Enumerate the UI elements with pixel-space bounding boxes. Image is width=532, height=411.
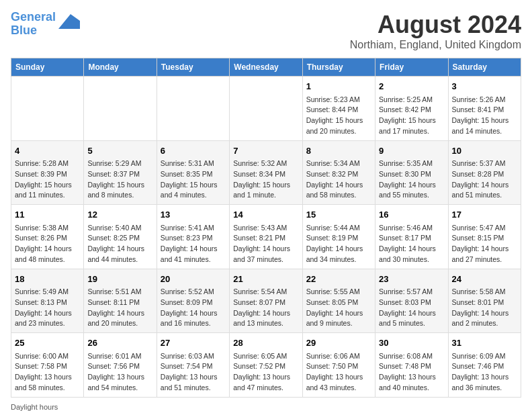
- day-detail: Sunrise: 5:23 AMSunset: 8:44 PMDaylight:…: [306, 95, 371, 137]
- day-detail: Sunrise: 5:34 AMSunset: 8:32 PMDaylight:…: [306, 158, 371, 201]
- daylight-label: Daylight hours: [11, 403, 58, 411]
- calendar-cell: [11, 77, 84, 141]
- day-number: 20: [161, 273, 226, 286]
- day-number: 6: [161, 144, 226, 158]
- week-row-5: 25Sunrise: 6:00 AMSunset: 7:58 PMDayligh…: [11, 333, 521, 398]
- day-number: 29: [306, 336, 371, 350]
- calendar-cell: 6Sunrise: 5:31 AMSunset: 8:35 PMDaylight…: [157, 140, 229, 205]
- day-number: 7: [233, 144, 298, 158]
- page-header: GeneralBlue August 2024 Northiam, Englan…: [11, 11, 521, 51]
- footer: Daylight hours: [11, 403, 521, 411]
- day-detail: Sunrise: 5:58 AMSunset: 8:01 PMDaylight:…: [452, 287, 517, 329]
- day-number: 12: [87, 208, 152, 222]
- day-detail: Sunrise: 5:29 AMSunset: 8:37 PMDaylight:…: [87, 158, 152, 201]
- day-detail: Sunrise: 5:35 AMSunset: 8:30 PMDaylight:…: [379, 158, 444, 201]
- day-detail: Sunrise: 5:46 AMSunset: 8:17 PMDaylight:…: [379, 223, 444, 265]
- day-number: 17: [452, 208, 517, 222]
- calendar-cell: 1Sunrise: 5:23 AMSunset: 8:44 PMDaylight…: [302, 77, 375, 141]
- day-number: 5: [87, 144, 152, 158]
- day-number: 2: [379, 80, 444, 93]
- calendar-cell: 11Sunrise: 5:38 AMSunset: 8:26 PMDayligh…: [11, 205, 84, 269]
- calendar-cell: 29Sunrise: 6:06 AMSunset: 7:50 PMDayligh…: [302, 333, 375, 398]
- calendar-cell: 10Sunrise: 5:37 AMSunset: 8:28 PMDayligh…: [448, 140, 521, 205]
- col-header-tuesday: Tuesday: [157, 58, 229, 77]
- day-number: 31: [452, 336, 517, 350]
- day-detail: Sunrise: 6:09 AMSunset: 7:46 PMDaylight:…: [452, 351, 517, 394]
- day-detail: Sunrise: 5:57 AMSunset: 8:03 PMDaylight:…: [379, 287, 444, 329]
- calendar-cell: 15Sunrise: 5:44 AMSunset: 8:19 PMDayligh…: [302, 205, 375, 269]
- calendar-table: SundayMondayTuesdayWednesdayThursdayFrid…: [11, 58, 521, 398]
- col-header-thursday: Thursday: [302, 58, 375, 77]
- calendar-cell: 13Sunrise: 5:41 AMSunset: 8:23 PMDayligh…: [157, 205, 229, 269]
- logo: GeneralBlue: [11, 11, 80, 38]
- day-detail: Sunrise: 5:28 AMSunset: 8:39 PMDaylight:…: [15, 158, 80, 201]
- logo-text: GeneralBlue: [11, 11, 56, 38]
- day-number: 8: [306, 144, 371, 158]
- calendar-cell: 3Sunrise: 5:26 AMSunset: 8:41 PMDaylight…: [448, 77, 521, 141]
- calendar-cell: 27Sunrise: 6:03 AMSunset: 7:54 PMDayligh…: [157, 333, 229, 398]
- calendar-cell: 22Sunrise: 5:55 AMSunset: 8:05 PMDayligh…: [302, 269, 375, 333]
- day-number: 10: [452, 144, 517, 158]
- day-detail: Sunrise: 5:51 AMSunset: 8:11 PMDaylight:…: [87, 287, 152, 329]
- col-header-sunday: Sunday: [11, 58, 84, 77]
- calendar-cell: 24Sunrise: 5:58 AMSunset: 8:01 PMDayligh…: [448, 269, 521, 333]
- calendar-cell: 25Sunrise: 6:00 AMSunset: 7:58 PMDayligh…: [11, 333, 84, 398]
- day-number: 15: [306, 208, 371, 222]
- day-number: 25: [15, 336, 80, 350]
- day-detail: Sunrise: 5:32 AMSunset: 8:34 PMDaylight:…: [233, 158, 298, 201]
- logo-icon: [58, 14, 80, 29]
- col-header-wednesday: Wednesday: [230, 58, 302, 77]
- calendar-cell: 4Sunrise: 5:28 AMSunset: 8:39 PMDaylight…: [11, 140, 84, 205]
- day-number: 3: [452, 80, 517, 93]
- day-detail: Sunrise: 5:55 AMSunset: 8:05 PMDaylight:…: [306, 287, 371, 329]
- calendar-cell: 20Sunrise: 5:52 AMSunset: 8:09 PMDayligh…: [157, 269, 229, 333]
- day-detail: Sunrise: 5:49 AMSunset: 8:13 PMDaylight:…: [15, 287, 80, 329]
- day-detail: Sunrise: 5:25 AMSunset: 8:42 PMDaylight:…: [379, 95, 444, 137]
- day-number: 19: [87, 273, 152, 286]
- calendar-cell: 7Sunrise: 5:32 AMSunset: 8:34 PMDaylight…: [230, 140, 302, 205]
- day-detail: Sunrise: 5:37 AMSunset: 8:28 PMDaylight:…: [452, 158, 517, 201]
- day-detail: Sunrise: 5:44 AMSunset: 8:19 PMDaylight:…: [306, 223, 371, 265]
- calendar-cell: [230, 77, 302, 141]
- day-number: 22: [306, 273, 371, 286]
- day-number: 14: [233, 208, 298, 222]
- day-number: 30: [379, 336, 444, 350]
- main-title: August 2024: [350, 11, 521, 39]
- day-number: 16: [379, 208, 444, 222]
- header-row: SundayMondayTuesdayWednesdayThursdayFrid…: [11, 58, 521, 77]
- day-detail: Sunrise: 5:38 AMSunset: 8:26 PMDaylight:…: [15, 223, 80, 265]
- day-number: 27: [161, 336, 226, 350]
- day-number: 13: [161, 208, 226, 222]
- week-row-3: 11Sunrise: 5:38 AMSunset: 8:26 PMDayligh…: [11, 205, 521, 269]
- week-row-1: 1Sunrise: 5:23 AMSunset: 8:44 PMDaylight…: [11, 77, 521, 141]
- day-detail: Sunrise: 6:08 AMSunset: 7:48 PMDaylight:…: [379, 351, 444, 394]
- day-number: 18: [15, 273, 80, 286]
- calendar-cell: 19Sunrise: 5:51 AMSunset: 8:11 PMDayligh…: [84, 269, 157, 333]
- day-detail: Sunrise: 6:03 AMSunset: 7:54 PMDaylight:…: [161, 351, 226, 394]
- day-detail: Sunrise: 5:47 AMSunset: 8:15 PMDaylight:…: [452, 223, 517, 265]
- day-number: 23: [379, 273, 444, 286]
- week-row-2: 4Sunrise: 5:28 AMSunset: 8:39 PMDaylight…: [11, 140, 521, 205]
- calendar-cell: [84, 77, 157, 141]
- calendar-cell: 2Sunrise: 5:25 AMSunset: 8:42 PMDaylight…: [375, 77, 448, 141]
- calendar-cell: 14Sunrise: 5:43 AMSunset: 8:21 PMDayligh…: [230, 205, 302, 269]
- day-number: 9: [379, 144, 444, 158]
- day-number: 4: [15, 144, 80, 158]
- day-number: 1: [306, 80, 371, 93]
- day-detail: Sunrise: 5:31 AMSunset: 8:35 PMDaylight:…: [161, 158, 226, 201]
- calendar-cell: 16Sunrise: 5:46 AMSunset: 8:17 PMDayligh…: [375, 205, 448, 269]
- day-number: 26: [87, 336, 152, 350]
- week-row-4: 18Sunrise: 5:49 AMSunset: 8:13 PMDayligh…: [11, 269, 521, 333]
- col-header-monday: Monday: [84, 58, 157, 77]
- calendar-cell: 23Sunrise: 5:57 AMSunset: 8:03 PMDayligh…: [375, 269, 448, 333]
- calendar-cell: 28Sunrise: 6:05 AMSunset: 7:52 PMDayligh…: [230, 333, 302, 398]
- day-number: 11: [15, 208, 80, 222]
- calendar-cell: 31Sunrise: 6:09 AMSunset: 7:46 PMDayligh…: [448, 333, 521, 398]
- calendar-cell: 17Sunrise: 5:47 AMSunset: 8:15 PMDayligh…: [448, 205, 521, 269]
- day-number: 24: [452, 273, 517, 286]
- day-detail: Sunrise: 5:41 AMSunset: 8:23 PMDaylight:…: [161, 223, 226, 265]
- day-detail: Sunrise: 6:06 AMSunset: 7:50 PMDaylight:…: [306, 351, 371, 394]
- col-header-saturday: Saturday: [448, 58, 521, 77]
- calendar-cell: 9Sunrise: 5:35 AMSunset: 8:30 PMDaylight…: [375, 140, 448, 205]
- day-number: 21: [233, 273, 298, 286]
